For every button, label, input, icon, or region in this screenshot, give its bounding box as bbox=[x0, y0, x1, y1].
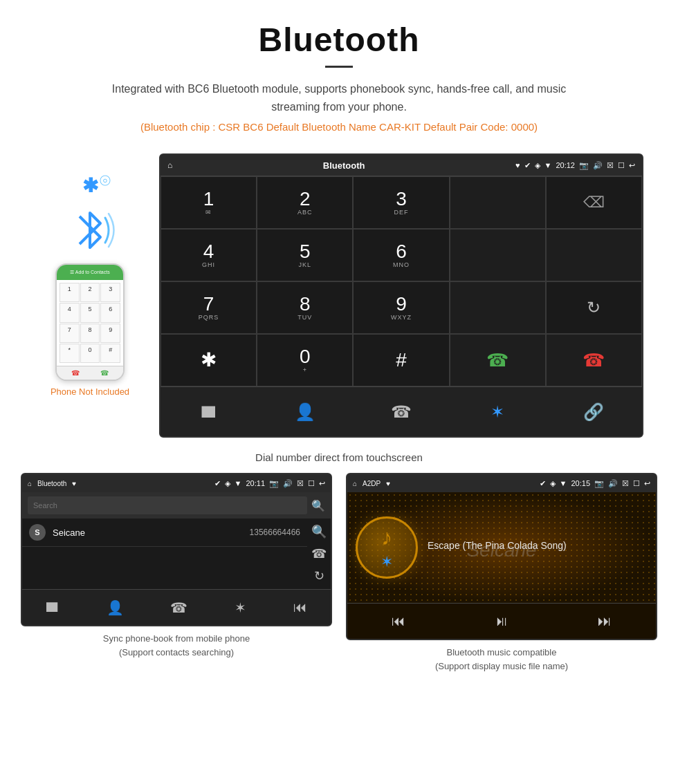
music-status-bar: ⌂ A2DP ♥ ✔ ◈ ▼ 20:15 📷 🔊 ☒ ☐ ↩ bbox=[347, 474, 656, 492]
pb-prev-button[interactable]: ⏮ bbox=[293, 599, 307, 615]
music-home-icon[interactable]: ⌂ bbox=[353, 480, 357, 487]
dial-key-5[interactable]: 5 JKL bbox=[257, 229, 353, 281]
dial-key-7[interactable]: 7 PQRS bbox=[161, 281, 257, 334]
dial-key-4[interactable]: 4 GHI bbox=[161, 229, 257, 281]
phone-not-included-label: Phone Not Included bbox=[51, 386, 129, 397]
music-label: A2DP bbox=[363, 480, 381, 487]
home-icon[interactable]: ⌂ bbox=[167, 160, 172, 170]
music-info: Escape (The Pina Colada Song) bbox=[428, 540, 648, 555]
bt-album-icon: ✶ bbox=[381, 553, 393, 571]
music-close-icon[interactable]: ☒ bbox=[622, 479, 629, 488]
pb-call-side-icon[interactable]: ☎ bbox=[311, 546, 327, 561]
pb-home-icon[interactable]: ⌂ bbox=[28, 480, 32, 487]
music-back-icon[interactable]: ↩ bbox=[644, 479, 650, 488]
phonebook-screen-wrap: ⌂ Bluetooth ♥ ✔ ◈ ▼ 20:11 📷 🔊 ☒ ☐ ↩ bbox=[21, 473, 332, 673]
phonebook-android-screen: ⌂ Bluetooth ♥ ✔ ◈ ▼ 20:11 📷 🔊 ☒ ☐ ↩ bbox=[21, 473, 332, 626]
phonebook-bottom-bar: ⯀ 👤 ☎ ✶ ⏮ bbox=[22, 589, 331, 625]
phonebook-body: S Seicane 13566664466 🔍 ☎ ↻ bbox=[22, 519, 331, 589]
call-red-icon: ☎ bbox=[583, 350, 605, 371]
music-caption: Bluetooth music compatible (Support disp… bbox=[346, 646, 657, 673]
contact-avatar: S bbox=[29, 524, 46, 541]
status-bar: ⌂ Bluetooth ♥ ✔ ◈ ▼ 20:12 📷 🔊 ☒ ☐ ↩ bbox=[161, 155, 642, 176]
music-screen-content: ♪ ✶ Escape (The Pina Colada Song) Seican… bbox=[347, 492, 656, 603]
dial-key-3[interactable]: 3 DEF bbox=[353, 176, 449, 229]
signal-icon: ▼ bbox=[544, 161, 552, 169]
music-status-left: ⌂ A2DP ♥ bbox=[353, 480, 390, 487]
page-specs: (Bluetooth chip : CSR BC6 Default Blueto… bbox=[14, 121, 664, 133]
dial-empty-1 bbox=[450, 176, 546, 229]
page-description: Integrated with BC6 Bluetooth module, su… bbox=[97, 80, 581, 115]
dial-key-0[interactable]: 0 + bbox=[257, 334, 353, 386]
dial-key-1[interactable]: 1 ✉ bbox=[161, 176, 257, 229]
pb-time-display: 20:11 bbox=[246, 479, 265, 487]
pb-refresh-side-icon[interactable]: ↻ bbox=[314, 568, 324, 584]
dial-key-9[interactable]: 9 WXYZ bbox=[353, 281, 449, 334]
bluetooth-waves-icon: ⦾ bbox=[100, 173, 111, 189]
status-center-label: Bluetooth bbox=[323, 160, 365, 171]
dial-key-8[interactable]: 8 TUV bbox=[257, 281, 353, 334]
phone-key-hash: # bbox=[100, 344, 120, 363]
music-next-button[interactable]: ⏭ bbox=[598, 613, 612, 629]
pb-contacts-button[interactable]: 👤 bbox=[107, 599, 124, 616]
pb-back-icon[interactable]: ↩ bbox=[319, 479, 325, 488]
title-divider bbox=[325, 66, 353, 68]
phonebook-caption: Sync phone-book from mobile phone (Suppo… bbox=[21, 632, 332, 659]
phonebook-search-input[interactable] bbox=[28, 496, 307, 514]
window-icon[interactable]: ☐ bbox=[618, 161, 625, 170]
contact-name: Seicane bbox=[53, 528, 250, 538]
close-x-icon[interactable]: ☒ bbox=[607, 161, 614, 170]
phone-key-0: 0 bbox=[80, 344, 100, 363]
phone-key-5: 5 bbox=[80, 303, 100, 322]
music-volume-icon[interactable]: 🔊 bbox=[608, 479, 618, 488]
dial-contacts-button[interactable]: 👤 bbox=[284, 395, 326, 429]
music-controls-bar: ⏮ ⏯ ⏭ bbox=[347, 603, 656, 639]
dial-key-2[interactable]: 2 ABC bbox=[257, 176, 353, 229]
pb-phone-button[interactable]: ☎ bbox=[170, 599, 187, 616]
dial-refresh-button[interactable]: ↻ bbox=[546, 281, 642, 334]
pb-close-icon[interactable]: ☒ bbox=[297, 479, 304, 488]
music-song-title: Escape (The Pina Colada Song) bbox=[428, 540, 648, 551]
pb-window-icon[interactable]: ☐ bbox=[308, 479, 315, 488]
page-header: Bluetooth Integrated with BC6 Bluetooth … bbox=[0, 0, 678, 153]
volume-icon[interactable]: 🔊 bbox=[593, 161, 603, 170]
dial-grid-button[interactable]: ⯀ bbox=[188, 395, 230, 429]
phone-call-icon: ☎ bbox=[100, 369, 109, 377]
dial-key-6[interactable]: 6 MNO bbox=[353, 229, 449, 281]
music-usb-icon: ♥ bbox=[386, 480, 390, 487]
dial-phone-button[interactable]: ☎ bbox=[381, 395, 422, 429]
dial-backspace-button[interactable]: ⌫ bbox=[546, 176, 642, 229]
music-bt-icon: ✔ bbox=[540, 479, 546, 488]
location-icon: ◈ bbox=[535, 161, 540, 170]
phone-key-3: 3 bbox=[100, 283, 120, 302]
dial-key-star[interactable]: ✱ bbox=[161, 334, 257, 386]
dial-key-hash[interactable]: # bbox=[353, 334, 449, 386]
time-display: 20:12 bbox=[556, 161, 575, 169]
dial-bluetooth-button[interactable]: ✶ bbox=[477, 395, 518, 429]
dial-link-button[interactable]: 🔗 bbox=[573, 395, 614, 429]
usb-icon: ♥ bbox=[515, 161, 520, 169]
pb-status-right: ✔ ◈ ▼ 20:11 📷 🔊 ☒ ☐ ↩ bbox=[214, 479, 325, 488]
back-icon[interactable]: ↩ bbox=[629, 161, 635, 170]
pb-search-side-icon[interactable]: 🔍 bbox=[311, 524, 327, 539]
main-screen-section: ✱ ⦾ ☰ Add to Contacts 1 2 3 4 5 bbox=[0, 153, 678, 445]
pb-bluetooth-button[interactable]: ✶ bbox=[235, 599, 246, 616]
pb-grid-button[interactable]: ⯀ bbox=[46, 599, 59, 615]
dial-call-button[interactable]: ☎ bbox=[450, 334, 546, 386]
camera-icon[interactable]: 📷 bbox=[579, 161, 589, 170]
page-title: Bluetooth bbox=[14, 21, 664, 59]
search-icon[interactable]: 🔍 bbox=[311, 499, 325, 512]
pb-label: Bluetooth bbox=[37, 480, 66, 487]
contact-number: 13566664466 bbox=[250, 528, 300, 537]
dial-bottom-bar: ⯀ 👤 ☎ ✶ 🔗 bbox=[161, 386, 642, 436]
music-prev-button[interactable]: ⏮ bbox=[392, 613, 405, 629]
album-art: ♪ ✶ bbox=[356, 516, 418, 579]
music-play-button[interactable]: ⏯ bbox=[495, 613, 508, 629]
music-window-icon[interactable]: ☐ bbox=[633, 479, 640, 488]
pb-volume-icon[interactable]: 🔊 bbox=[283, 479, 293, 488]
phonebook-contact-row[interactable]: S Seicane 13566664466 bbox=[22, 519, 307, 547]
pb-signal-icon: ▼ bbox=[235, 479, 242, 487]
music-camera-icon[interactable]: 📷 bbox=[594, 479, 604, 488]
dial-end-button[interactable]: ☎ bbox=[546, 334, 642, 386]
pb-camera-icon[interactable]: 📷 bbox=[269, 479, 279, 488]
pb-bt-icon: ✔ bbox=[214, 479, 221, 488]
